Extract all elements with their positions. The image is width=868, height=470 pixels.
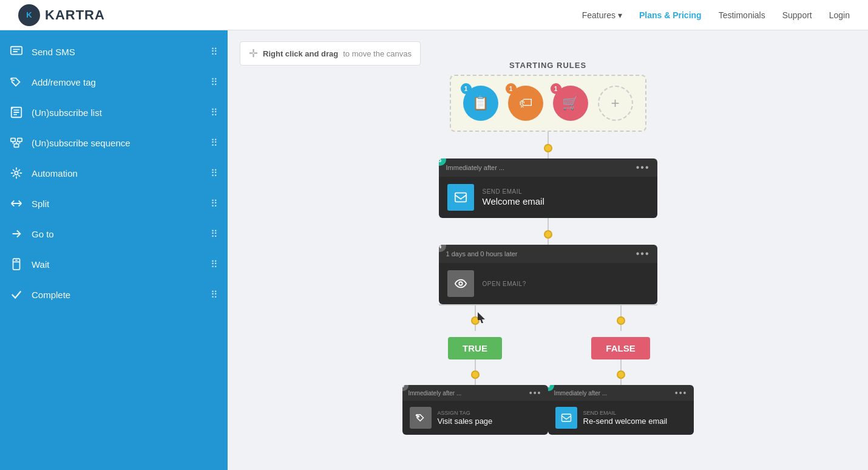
drag-icon-unsubscribe-sequence[interactable]: ⠿ (211, 137, 218, 149)
branch-false-label: FALSE (591, 337, 649, 359)
branch-true-line-4 (475, 379, 476, 385)
sidebar-item-label-unsubscribe-sequence: (Un)subscribe sequence (32, 138, 131, 148)
logo: K KARTRA (18, 4, 105, 26)
sidebar-item-label-automation: Automation (32, 168, 78, 179)
svg-rect-7 (18, 138, 22, 142)
svg-point-9 (15, 171, 18, 175)
svg-point-3 (13, 80, 15, 81)
logo-icon: K (18, 4, 40, 26)
sidebar-item-label-split: Split (32, 199, 49, 209)
drag-icon-send-sms[interactable]: ⠿ (211, 46, 218, 58)
node-6-header: Immediately after ... ••• (548, 385, 694, 401)
drag-icon-goto[interactable]: ⠿ (211, 228, 218, 240)
node-4-menu[interactable]: ••• (636, 248, 650, 259)
node-4-body: OPEN EMAIL? (439, 263, 657, 304)
drag-icon-complete[interactable]: ⠿ (211, 289, 218, 301)
svg-rect-8 (14, 144, 18, 148)
sidebar-item-label-wait: Wait (32, 259, 49, 270)
sidebar-item-wait[interactable]: Wait ⠿ (0, 249, 228, 279)
connector-line-4 (548, 239, 549, 245)
automation-icon (10, 166, 23, 180)
connector-dot-1 (544, 144, 552, 152)
drag-icon-unsubscribe-list[interactable]: ⠿ (211, 107, 218, 118)
branch-false-line-1 (620, 304, 622, 316)
sidebar-item-unsubscribe-list[interactable]: (Un)subscribe list ⠿ (0, 97, 228, 128)
flow-node-3[interactable]: 3 Immediately after ... ••• SEND EMAIL W… (439, 158, 657, 218)
add-trigger-button[interactable]: + (598, 86, 633, 121)
node-3-action-name: Welcome email (483, 196, 649, 206)
node-6-action-name: Re-send welcome email (583, 417, 687, 426)
tag-icon (10, 75, 23, 89)
chevron-down-icon: ▾ (618, 10, 622, 20)
node-5-menu[interactable]: ••• (529, 388, 542, 398)
node-4-header: 1 days and 0 hours later ••• (439, 245, 657, 263)
nav-support[interactable]: Support (782, 10, 812, 20)
trigger-3[interactable]: 1 🛒 (553, 86, 588, 121)
canvas-hint: ✛ Right click and drag to move the canva… (240, 41, 421, 66)
node-6-menu[interactable]: ••• (675, 388, 688, 398)
trigger-1[interactable]: 1 📋 (463, 86, 498, 121)
sidebar-item-label-add-remove-tag: Add/remove tag (32, 77, 96, 87)
node-5-header: Immediately after ... ••• (402, 385, 548, 401)
drag-icon-automation[interactable]: ⠿ (211, 168, 218, 179)
branch-false-line-4 (620, 379, 622, 385)
sidebar-item-goto[interactable]: Go to ⠿ (0, 219, 228, 249)
svg-point-12 (459, 282, 463, 285)
svg-rect-6 (11, 138, 15, 142)
svg-text:K: K (26, 10, 32, 19)
node-5-action-icon (410, 407, 432, 429)
flow-node-6[interactable]: 6 Immediately after ... ••• SEND EM (548, 385, 694, 435)
drag-icon-wait[interactable]: ⠿ (211, 259, 218, 270)
node-6-body: SEND EMAIL Re-send welcome email (548, 401, 694, 435)
branch-true-line-2 (475, 325, 476, 331)
flow-node-4[interactable]: 4 1 days and 0 hours later ••• OPEN EMAI… (439, 245, 657, 304)
complete-icon (10, 288, 23, 301)
split-horizontal-line (439, 304, 657, 305)
node-3-action-icon (447, 184, 474, 211)
canvas[interactable]: ✛ Right click and drag to move the canva… (228, 30, 868, 470)
trigger-2[interactable]: 1 🏷 (508, 86, 543, 121)
node-3-menu[interactable]: ••• (636, 162, 650, 173)
sidebar-item-complete[interactable]: Complete ⠿ (0, 279, 228, 310)
list-icon (10, 106, 23, 119)
branch-false-dot-2 (617, 370, 625, 379)
svg-point-5 (11, 107, 13, 109)
logo-text: KARTRA (45, 7, 105, 23)
connector-line-1 (548, 132, 549, 144)
branch-false: FALSE 6 Immediately after ... ••• (548, 304, 694, 435)
sidebar-item-label-goto: Go to (32, 229, 54, 239)
sidebar-item-automation[interactable]: Automation ⠿ (0, 158, 228, 188)
sidebar-item-send-sms[interactable]: Send SMS ⠿ (0, 36, 228, 67)
branch-false-line-3 (620, 359, 622, 370)
branch-false-line-2 (620, 325, 622, 331)
split-section: TRUE 5 Immediately after ... ••• (378, 304, 718, 435)
svg-point-13 (418, 416, 419, 417)
branch-true-dot (471, 316, 480, 325)
connector-line-3 (548, 218, 549, 230)
flow-node-5[interactable]: 5 Immediately after ... ••• (402, 385, 548, 435)
sidebar-item-add-remove-tag[interactable]: Add/remove tag ⠿ (0, 67, 228, 97)
nav-login[interactable]: Login (829, 10, 850, 20)
node-4-timing: 1 days and 0 hours later (446, 250, 518, 257)
drag-icon-split[interactable]: ⠿ (211, 198, 218, 209)
branch-true: TRUE 5 Immediately after ... ••• (402, 304, 548, 435)
node-5-action-type: ASSIGN TAG (438, 410, 541, 416)
sms-icon (10, 45, 23, 58)
node-3-action-type: SEND EMAIL (483, 188, 649, 195)
node-3-timing: Immediately after ... (446, 164, 505, 171)
nav-testimonials[interactable]: Testimonials (719, 10, 765, 20)
branch-true-dot-2 (471, 370, 480, 379)
svg-rect-14 (561, 414, 571, 421)
sidebar-item-unsubscribe-sequence[interactable]: (Un)subscribe sequence ⠿ (0, 128, 228, 158)
nav-features[interactable]: Features ▾ (582, 10, 622, 20)
branch-false-dot (617, 316, 625, 325)
drag-icon-add-remove-tag[interactable]: ⠿ (211, 77, 218, 88)
flow-container: STARTING RULES 1 📋 1 🏷 1 🛒 (336, 61, 761, 435)
nav-plans[interactable]: Plans & Pricing (639, 10, 702, 20)
sidebar-item-split[interactable]: Split ⠿ (0, 188, 228, 219)
connector-dot-2 (544, 230, 552, 239)
connector-line-2 (548, 152, 549, 158)
main-layout: Send SMS ⠿ Add/remove tag ⠿ (0, 30, 868, 470)
branch-true-label: TRUE (448, 337, 502, 359)
node-3-body: SEND EMAIL Welcome email (439, 177, 657, 218)
